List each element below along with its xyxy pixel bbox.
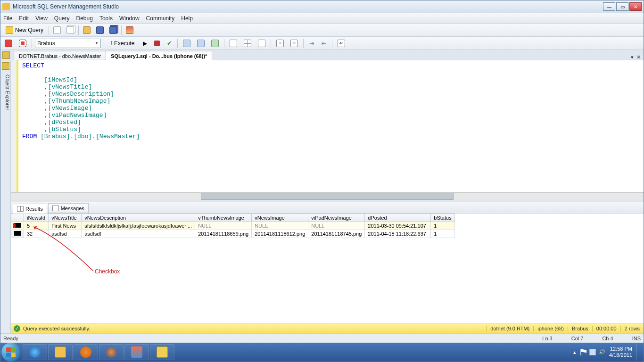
database-combo[interactable]: Brabus▼ [35, 39, 101, 48]
folder-icon [55, 346, 66, 358]
menu-view[interactable]: View [35, 15, 48, 22]
new-query-label: New Query [15, 27, 43, 33]
menu-edit[interactable]: Edit [19, 15, 29, 22]
table-row[interactable]: 5First Newssfsfsfdslkfsldkfjslkafj;lasjf… [11, 222, 455, 230]
status-server: dotnet (9.0 RTM) [486, 326, 533, 331]
results-grid[interactable]: iNewsId vNewsTitle vNewsDescription vThu… [11, 214, 455, 238]
connect-button[interactable] [2, 38, 15, 49]
taskbar-ie[interactable] [23, 344, 47, 360]
uncomment-button[interactable]: ≡ [288, 38, 300, 49]
window-title: Microsoft SQL Server Management Studio [13, 3, 603, 10]
minimize-button[interactable]: — [603, 2, 615, 11]
tab-messages-label: Messages [61, 206, 84, 211]
start-button[interactable] [1, 343, 20, 362]
tray-clock[interactable]: 12:58 PM 4/18/2011 [609, 346, 632, 358]
col-rowheader[interactable] [11, 214, 24, 222]
tab-messages[interactable]: Messages [48, 203, 89, 213]
status-message: Query executed successfully. [23, 326, 90, 331]
tab-newsmaster[interactable]: DOTNET.Brabus - dbo.NewsMaster [14, 51, 106, 60]
tab-results[interactable]: Results [13, 204, 47, 214]
menu-file[interactable]: File [3, 15, 12, 22]
col-vnewsimage[interactable]: vNewsImage [252, 214, 308, 222]
col-bstatus[interactable]: bStatus [431, 214, 454, 222]
tab-label: DOTNET.Brabus - dbo.NewsMaster [19, 53, 101, 59]
display-plan-button[interactable] [181, 38, 193, 49]
status-ready: Ready [3, 336, 18, 341]
new-item-button[interactable] [64, 25, 76, 35]
results-text-button[interactable] [227, 38, 239, 49]
maximize-button[interactable]: ▭ [616, 2, 628, 11]
indent-button[interactable]: ⇥ [306, 38, 317, 49]
menu-debug[interactable]: Debug [76, 15, 93, 22]
results-grid-wrap: iNewsId vNewsTitle vNewsDescription vThu… [11, 214, 644, 323]
volume-icon[interactable]: 🔊 [599, 349, 605, 355]
taskbar-mediaplayer[interactable] [74, 344, 98, 360]
sql-editor[interactable]: SELECT [iNewsId] ,[vNewsTitle] ,[vNewsDe… [18, 60, 644, 192]
chevron-down-icon: ▼ [95, 41, 99, 45]
tabstrip-icon[interactable] [2, 51, 10, 59]
comment-button[interactable]: ≡ [274, 38, 286, 49]
debug-button[interactable]: ▶ [140, 38, 150, 49]
results-file-button[interactable] [256, 38, 268, 49]
parse-button[interactable]: ✔ [164, 38, 174, 49]
network-icon[interactable] [589, 349, 596, 355]
flag-icon[interactable] [580, 349, 586, 355]
tab-dropdown-icon[interactable]: ▾ [631, 54, 634, 60]
outdent-button[interactable]: ⇤ [319, 38, 329, 49]
new-project-button[interactable] [51, 25, 63, 35]
object-explorer-tab[interactable]: Object Explorer [0, 60, 11, 333]
menu-help[interactable]: Help [181, 15, 193, 22]
col-vthumbnewsimage[interactable]: vThumbNewsImage [195, 214, 252, 222]
save-button[interactable] [94, 25, 106, 35]
col-vnewstitle[interactable]: vNewsTitle [49, 214, 82, 222]
table-row[interactable]: 32asdfsdasdfsdf 20114181118659.png201141… [11, 230, 455, 238]
client-stats-button[interactable] [209, 38, 221, 49]
specify-values-button[interactable]: A↕ [335, 38, 347, 49]
ie-icon [29, 346, 41, 358]
menu-window[interactable]: Window [119, 15, 140, 22]
open-button[interactable] [81, 25, 93, 35]
taskbar-app1[interactable] [124, 344, 149, 360]
grid-icon [244, 40, 251, 47]
tray-expand-icon[interactable]: ▴ [573, 349, 576, 355]
status-db: Brabus [568, 326, 592, 331]
stop-button[interactable] [152, 38, 162, 49]
taskbar-explorer[interactable] [48, 344, 73, 360]
save-all-icon [109, 26, 117, 34]
tray-time: 12:58 PM [609, 346, 632, 352]
col-vipadnewsimage[interactable]: viPadNewsImage [308, 214, 365, 222]
menu-community[interactable]: Community [146, 15, 175, 22]
windows-logo-icon [6, 347, 16, 357]
show-desktop-button[interactable] [636, 344, 640, 361]
menu-query[interactable]: Query [54, 15, 70, 22]
comment-icon: ≡ [276, 40, 284, 47]
close-button[interactable]: ✕ [629, 2, 642, 11]
col-inewsid[interactable]: iNewsId [24, 214, 49, 222]
execute-label: Execute [114, 40, 134, 47]
plan-icon [183, 40, 190, 47]
save-all-button[interactable] [107, 25, 119, 35]
change-connection-button[interactable] [17, 38, 29, 49]
col-vnewsdescription[interactable]: vNewsDescription [82, 214, 195, 222]
query-statusbar: ✓ Query executed successfully. dotnet (9… [11, 323, 644, 333]
status-ins: INS [632, 336, 641, 341]
tab-sqlquery1[interactable]: SQLquery1.sql - Do...bus (iphone (68))* [106, 51, 212, 60]
status-rows: 2 rows [620, 326, 644, 331]
new-query-button[interactable]: New Query [2, 25, 47, 35]
results-grid-button[interactable] [241, 38, 254, 49]
titlebar: Microsoft SQL Server Management Studio —… [0, 0, 644, 13]
taskbar-ssms[interactable] [150, 344, 174, 360]
toolbar-sql: Brabus▼ !Execute ▶ ✔ ≡ ≡ ⇥ ⇤ A↕ [0, 37, 644, 50]
include-plan-button[interactable] [195, 38, 207, 49]
template-params-icon: A↕ [338, 40, 345, 47]
execute-button[interactable]: !Execute [107, 38, 138, 49]
taskbar-firefox[interactable] [99, 344, 124, 360]
app-icon [2, 3, 10, 10]
activity-button[interactable] [124, 25, 136, 35]
menu-tools[interactable]: Tools [99, 15, 113, 22]
editor-hscrollbar[interactable] [11, 192, 644, 200]
col-dposted[interactable]: dPosted [365, 214, 431, 222]
exclaim-icon: ! [110, 40, 112, 47]
tab-close-icon[interactable]: ✕ [636, 54, 641, 60]
connect-icon [5, 40, 12, 47]
